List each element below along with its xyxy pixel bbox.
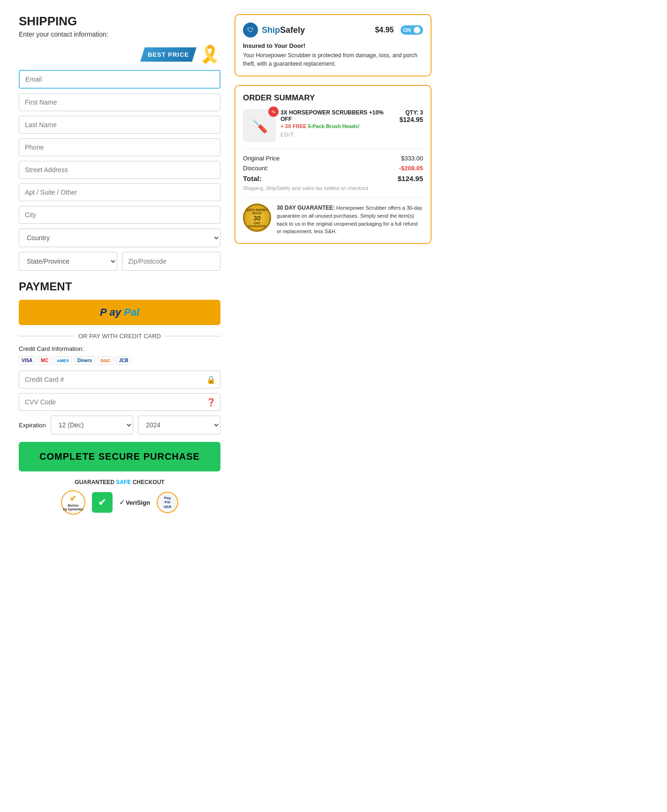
acn-badge: ✔: [92, 492, 113, 513]
guarantee-badge-inner: 100% MONEY BACK 30 DAY GUARANTEE: [243, 204, 271, 232]
product-info: 3X HORSEPOWER SCRUBBERS +10% OFF + 3X FR…: [280, 109, 394, 137]
guarantee-badge: 100% MONEY BACK 30 DAY GUARANTEE: [243, 204, 271, 232]
tax-note: Shipping, ShipSafely and sales tax settl…: [243, 185, 423, 191]
discount-val: -$208.05: [399, 165, 423, 172]
first-name-field[interactable]: [19, 93, 220, 111]
last-name-field[interactable]: [19, 116, 220, 134]
help-icon: ❓: [206, 398, 216, 407]
price-breakdown: Original Price $333.00 Discount: -$208.0…: [243, 149, 423, 191]
ship-safely-insured-desc: Your Horsepower Scrubber is protected fr…: [243, 51, 423, 68]
expiry-label: Expiration: [19, 422, 46, 429]
total-row: Total: $124.95: [243, 175, 423, 182]
lock-icon: 🔒: [206, 375, 216, 384]
product-thumbnail: 🪛 %: [243, 109, 276, 142]
cc-icons-row: VISA MC AMEX Diners DISC JCB: [19, 356, 220, 365]
ship-safely-toggle[interactable]: ON: [401, 25, 424, 35]
total-val: $124.95: [398, 175, 423, 182]
cvv-field[interactable]: [19, 393, 220, 411]
ship-safely-price: $4.95: [375, 26, 394, 34]
state-zip-row: State/Province California New York Texas: [19, 252, 220, 271]
ship-safely-icon: 🛡: [243, 23, 258, 38]
best-price-badge: BEST PRICE: [140, 47, 197, 62]
guarantee-text: 30 DAY GUARANTEE: Horsepower Scrubber of…: [277, 204, 423, 235]
diners-icon: Diners: [75, 356, 95, 365]
street-field[interactable]: [19, 161, 220, 179]
expiry-year-select[interactable]: 202420252026 2027202820292030: [138, 416, 220, 434]
discover-icon: DISC: [98, 357, 114, 365]
toggle-circle: [414, 27, 420, 33]
ship-safely-card: 🛡 ShipSafely $4.95 ON Insured to Your Do…: [235, 14, 432, 76]
best-price-banner: BEST PRICE 🎗️: [19, 45, 220, 64]
trust-icons-row: ✔ Nortonby Symantec ✔ ✓ VeriSign PayPalV…: [19, 490, 220, 515]
cvv-wrapper: ❓: [19, 393, 220, 411]
city-field[interactable]: [19, 206, 220, 224]
or-divider: OR PAY WITH CREDIT CARD: [19, 333, 220, 340]
norton-badge: ✔ Nortonby Symantec: [61, 490, 85, 515]
ribbon-icon: 🎗️: [199, 45, 220, 64]
expiry-row: Expiration 01 (Jan)02 (Feb)03 (Mar) 04 (…: [19, 416, 220, 434]
cc-info-label: Credit Card Information:: [19, 345, 220, 352]
country-select[interactable]: Country United States Canada United King…: [19, 228, 220, 247]
product-price: $124.95: [399, 116, 423, 123]
credit-card-number-field[interactable]: [19, 371, 220, 388]
amex-icon: AMEX: [54, 357, 72, 365]
verisign-badge: ✓ VeriSign: [119, 499, 150, 506]
product-qty-price: QTY: 3 $124.95: [399, 109, 423, 123]
ship-safely-brand: ShipSafely: [262, 25, 305, 35]
state-select[interactable]: State/Province California New York Texas: [19, 252, 117, 271]
discount-row: Discount: -$208.05: [243, 165, 423, 172]
phone-field[interactable]: [19, 138, 220, 156]
zip-field[interactable]: [122, 252, 220, 271]
order-summary-title: ORDER SUMMARY: [243, 93, 423, 103]
paypal-verified-badge: PayPalVER: [157, 492, 178, 513]
mastercard-icon: MC: [38, 356, 51, 365]
payment-title: PAYMENT: [19, 280, 220, 293]
total-label: Total:: [243, 175, 262, 182]
visa-icon: VISA: [19, 356, 35, 365]
sale-badge: %: [268, 106, 279, 117]
product-free-text: + 3X FREE 5-Pack Brush Heads!: [280, 123, 394, 129]
edit-link[interactable]: EDIT: [280, 132, 394, 137]
order-summary-card: ORDER SUMMARY 🪛 % 3X HORSEPOWER SCRUBBER…: [235, 85, 432, 244]
email-field[interactable]: [19, 70, 220, 89]
product-qty: QTY: 3: [399, 109, 423, 116]
shipping-subtitle: Enter your contact information:: [19, 30, 220, 38]
original-price-val: $333.00: [401, 155, 423, 162]
shipping-title: SHIPPING: [19, 14, 220, 29]
expiry-month-select[interactable]: 01 (Jan)02 (Feb)03 (Mar) 04 (Apr)05 (May…: [51, 416, 133, 434]
original-price-label: Original Price: [243, 155, 280, 162]
original-price-row: Original Price $333.00: [243, 155, 423, 162]
jcb-icon: JCB: [116, 356, 131, 365]
guaranteed-checkout-label: GUARANTEED SAFE CHECKOUT: [19, 479, 220, 486]
discount-label: Discount:: [243, 165, 268, 172]
apt-field[interactable]: [19, 183, 220, 201]
product-row: 🪛 % 3X HORSEPOWER SCRUBBERS +10% OFF + 3…: [243, 109, 423, 142]
credit-card-number-wrapper: 🔒: [19, 371, 220, 388]
ship-safely-header: 🛡 ShipSafely $4.95 ON: [243, 23, 423, 38]
complete-purchase-button[interactable]: COMPLETE SECURE PURCHASE: [19, 442, 220, 471]
paypal-button[interactable]: P ay Pal: [19, 300, 220, 325]
ship-safely-insured-title: Insured to Your Door!: [243, 42, 423, 49]
product-name: 3X HORSEPOWER SCRUBBERS +10% OFF: [280, 109, 394, 122]
guarantee-row: 100% MONEY BACK 30 DAY GUARANTEE 30 DAY …: [243, 197, 423, 235]
